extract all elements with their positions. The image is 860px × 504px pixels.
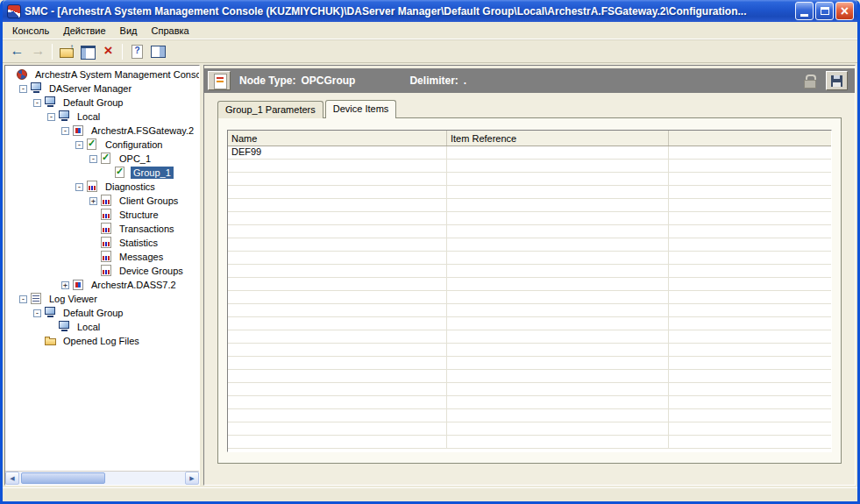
column-header-blank[interactable]: [669, 131, 831, 146]
tree-item-default-group[interactable]: -Default Group: [5, 96, 199, 110]
tree-item-daserver-manager[interactable]: -DAServer Manager: [5, 82, 199, 96]
title-bar[interactable]: SMC - [ArchestrA System Management Conso…: [3, 0, 857, 22]
tree-item-label[interactable]: OPC_1: [117, 153, 153, 165]
tree-item-label[interactable]: Configuration: [103, 138, 165, 151]
back-button[interactable]: [7, 42, 27, 61]
table-empty-row: [228, 422, 831, 436]
up-level-button[interactable]: [56, 42, 76, 61]
tree-item-label[interactable]: Client Groups: [117, 195, 181, 207]
scroll-right-button[interactable]: [185, 472, 199, 485]
table-cell: [669, 265, 831, 277]
menu-item-[interactable]: Консоль: [5, 24, 56, 38]
tree-item-label[interactable]: Local: [75, 321, 103, 333]
delete-button[interactable]: [98, 42, 118, 61]
show-tree-button[interactable]: [77, 42, 97, 61]
table-cell: [228, 330, 447, 343]
tree-item-label[interactable]: Opened Log Files: [60, 335, 142, 347]
tree-item-label[interactable]: Local: [75, 110, 103, 123]
tree-item-label[interactable]: ArchestrA System Management Console: [32, 68, 199, 81]
menu-item-[interactable]: Действие: [56, 24, 112, 38]
menu-item-[interactable]: Справка: [145, 24, 196, 38]
properties-button[interactable]: [147, 42, 167, 61]
tree-item-local[interactable]: Local: [5, 320, 199, 334]
tree-item-label[interactable]: Default Group: [60, 307, 125, 319]
close-button[interactable]: [835, 2, 854, 20]
tree-item-label[interactable]: Device Groups: [117, 265, 186, 277]
tree-item-label[interactable]: Default Group: [60, 96, 125, 109]
tree-expander-icon[interactable]: +: [61, 281, 69, 289]
tree-item-structure[interactable]: Structure: [5, 208, 199, 222]
table-empty-row: [228, 436, 831, 449]
tree-expander-icon[interactable]: -: [47, 113, 55, 121]
tree-expander-icon[interactable]: -: [33, 99, 41, 107]
tree-expander-icon[interactable]: -: [75, 183, 83, 191]
scroll-left-button[interactable]: [5, 472, 19, 485]
tree-item-label[interactable]: Transactions: [117, 223, 177, 235]
table-cell: [669, 422, 831, 435]
tree-expander-icon[interactable]: -: [19, 295, 27, 303]
table-cell: [447, 212, 669, 224]
table-empty-row: [228, 317, 831, 330]
table-empty-row: [228, 238, 831, 252]
scrollbar-track[interactable]: [19, 472, 185, 485]
lock-icon[interactable]: [804, 75, 815, 88]
pencil-icon: [114, 167, 128, 179]
tree-item-label[interactable]: Diagnostics: [103, 181, 158, 193]
tree-expander-icon[interactable]: -: [61, 127, 69, 135]
tree-expander-icon[interactable]: -: [19, 85, 27, 93]
tree-item-log-viewer[interactable]: -Log Viewer: [5, 292, 199, 306]
tree-pane: ArchestrA System Management Console-DASe…: [4, 65, 200, 486]
tree-item-statistics[interactable]: Statistics: [5, 236, 199, 250]
tree-expander-icon[interactable]: +: [89, 197, 97, 205]
tree-item-archestra-dass7-2[interactable]: +ArchestrA.DASS7.2: [5, 278, 199, 292]
tree-item-label[interactable]: DAServer Manager: [46, 82, 134, 95]
tab-strip: Group_1 ParametersDevice Items: [217, 100, 855, 118]
tree-item-label[interactable]: Statistics: [117, 237, 160, 249]
tree-item-device-groups[interactable]: Device Groups: [5, 264, 199, 278]
tree-item-transactions[interactable]: Transactions: [5, 222, 199, 236]
delimiter-label: Delimiter:: [409, 75, 458, 87]
column-header-name[interactable]: Name: [228, 131, 447, 146]
tree-item-local[interactable]: -Local: [5, 110, 199, 124]
minimize-button[interactable]: [795, 2, 814, 20]
tree-item-messages[interactable]: Messages: [5, 250, 199, 264]
delimiter-value: .: [464, 75, 466, 87]
tree-item-default-group[interactable]: -Default Group: [5, 306, 199, 320]
tree-expander-icon[interactable]: -: [75, 141, 83, 149]
maximize-button[interactable]: [815, 2, 834, 20]
tree-expander-icon: [89, 239, 97, 247]
tree-item-label[interactable]: Group_1: [131, 167, 174, 179]
tree-indent: [5, 299, 19, 300]
tree-item-label[interactable]: Structure: [117, 209, 161, 221]
tree-item-archestra-fsgateway-2[interactable]: -ArchestrA.FSGateway.2: [5, 124, 199, 138]
up-level-icon: [59, 44, 75, 59]
tree-item-group-1[interactable]: Group_1: [5, 166, 199, 180]
save-button[interactable]: [826, 71, 848, 90]
tree-horizontal-scrollbar[interactable]: [5, 471, 199, 485]
tree-item-opc-1[interactable]: -OPC_1: [5, 152, 199, 166]
tab-group-1-parameters[interactable]: Group_1 Parameters: [217, 101, 323, 118]
tree-indent: [5, 187, 75, 188]
tree-item-archestra-system-management-console[interactable]: ArchestrA System Management Console: [5, 67, 199, 82]
table-row[interactable]: DEF99: [228, 146, 831, 160]
device-items-tab-page: NameItem Reference DEF99: [217, 117, 842, 464]
scrollbar-thumb[interactable]: [21, 472, 105, 484]
tab-device-items[interactable]: Device Items: [325, 100, 397, 118]
help-button[interactable]: [126, 42, 146, 61]
forward-button[interactable]: [28, 42, 48, 61]
tree-item-client-groups[interactable]: +Client Groups: [5, 194, 199, 208]
tree-item-label[interactable]: ArchestrA.DASS7.2: [89, 279, 179, 291]
grid-body[interactable]: DEF99: [228, 146, 831, 451]
tree-item-label[interactable]: Log Viewer: [46, 293, 100, 305]
column-header-item-reference[interactable]: Item Reference: [447, 131, 669, 146]
menu-item-[interactable]: Вид: [113, 24, 145, 38]
tree-expander-icon[interactable]: -: [33, 309, 41, 317]
tree-indent: [5, 285, 61, 286]
tree-item-label[interactable]: Messages: [117, 251, 166, 263]
tree-item-configuration[interactable]: -Configuration: [5, 138, 199, 152]
tree-expander-icon: [33, 337, 41, 345]
tree-item-label[interactable]: ArchestrA.FSGateway.2: [89, 124, 196, 137]
tree-item-opened-log-files[interactable]: Opened Log Files: [5, 334, 199, 348]
tree-expander-icon[interactable]: -: [89, 155, 97, 163]
tree-item-diagnostics[interactable]: -Diagnostics: [5, 180, 199, 194]
